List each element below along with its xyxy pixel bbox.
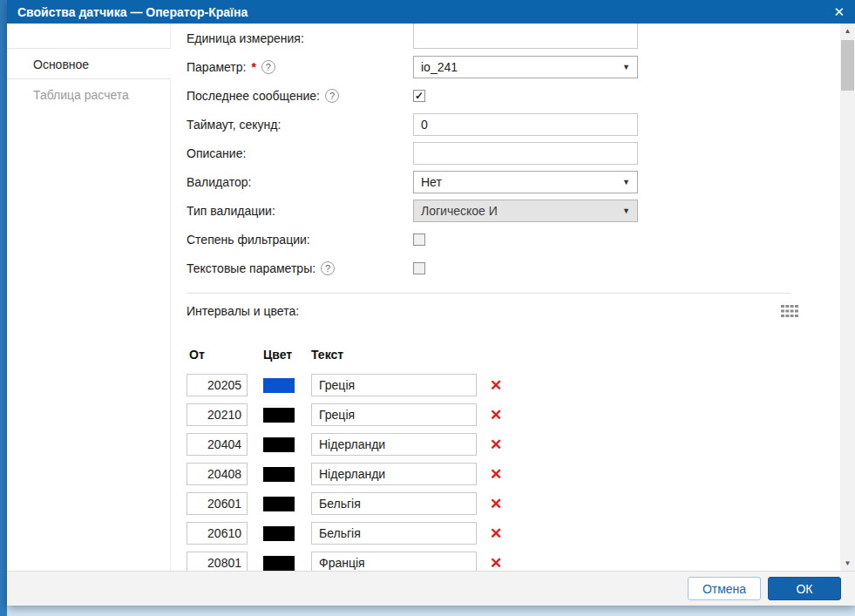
interval-text-input[interactable] (311, 522, 477, 545)
interval-color-swatch[interactable] (263, 497, 295, 511)
text-params-label: Текстовые параметры: ? (187, 261, 413, 275)
description-input[interactable] (413, 142, 638, 165)
interval-row: ✕ (187, 433, 840, 456)
parameter-label-text: Параметр: (187, 60, 246, 74)
delete-interval-icon[interactable]: ✕ (488, 497, 504, 511)
interval-from-input[interactable] (187, 403, 248, 426)
form-row-validator: Валидатор: Нет ▼ (187, 167, 840, 196)
dialog-title: Свойства датчика — Оператор-Країна (17, 5, 248, 19)
last-message-checkbox[interactable]: ✓ (413, 90, 425, 102)
section-divider (187, 293, 791, 294)
form-row-description: Описание: (187, 139, 840, 167)
parameter-selected-value: io_241 (421, 60, 458, 74)
form-row-filtration: Степень фильтрации: ✓ (187, 225, 840, 254)
interval-text-input[interactable] (311, 433, 477, 456)
delete-interval-icon[interactable]: ✕ (488, 437, 504, 452)
check-icon: ✓ (415, 91, 424, 101)
scrollbar-thumb[interactable] (841, 40, 854, 91)
page-background: Свойства датчика — Оператор-Країна ✕ Осн… (0, 0, 855, 616)
delete-interval-icon[interactable]: ✕ (488, 556, 504, 571)
last-message-label-text: Последнее сообщение: (187, 89, 320, 103)
validation-type-label-text: Тип валидации: (187, 204, 275, 218)
interval-row: ✕ (187, 463, 840, 485)
interval-row: ✕ (187, 403, 840, 426)
chevron-down-icon: ▼ (622, 206, 630, 215)
window-edge (0, 0, 7, 616)
interval-text-input[interactable] (311, 463, 477, 485)
interval-color-swatch[interactable] (263, 408, 295, 423)
form-row-validation-type: Тип валидации: Логическое И ▼ (187, 196, 840, 225)
interval-text-input[interactable] (311, 492, 477, 515)
interval-text-input[interactable] (311, 552, 477, 571)
filtration-label: Степень фильтрации: (187, 233, 413, 247)
filtration-checkbox[interactable]: ✓ (413, 234, 425, 246)
dialog-body: Основное Таблица расчета Единица измерен… (7, 24, 855, 571)
column-from: От (187, 348, 263, 362)
form-row-last-message: Последнее сообщение: ? ✓ (187, 81, 840, 110)
interval-row: ✕ (187, 374, 840, 396)
delete-interval-icon[interactable]: ✕ (488, 526, 504, 541)
filtration-label-text: Степень фильтрации: (187, 233, 310, 247)
sensor-properties-dialog: Свойства датчика — Оператор-Країна ✕ Осн… (7, 0, 855, 606)
ok-button[interactable]: ОК (768, 577, 841, 600)
unit-label-text: Единица измерения: (187, 31, 304, 45)
interval-color-swatch[interactable] (263, 378, 295, 393)
column-color: Цвет (263, 348, 311, 362)
timeout-input[interactable] (413, 113, 638, 136)
validation-type-label: Тип валидации: (187, 204, 413, 218)
intervals-grid-icon[interactable] (781, 305, 798, 318)
interval-color-swatch[interactable] (263, 437, 295, 452)
unit-label: Единица измерения: (187, 31, 413, 45)
dialog-footer: Отмена ОК (7, 571, 855, 606)
tab-calc-table[interactable]: Таблица расчета (7, 79, 170, 111)
form-row-timeout: Таймаут, секунд: (187, 110, 840, 139)
intervals-title: Интервалы и цвета: (187, 304, 299, 318)
required-asterisk: * (251, 60, 255, 74)
interval-from-input[interactable] (187, 433, 248, 456)
validator-select[interactable]: Нет ▼ (413, 171, 638, 193)
help-icon[interactable]: ? (321, 261, 335, 275)
timeout-label: Таймаут, секунд: (187, 118, 413, 132)
validation-type-selected-value: Логическое И (421, 204, 498, 218)
intervals-section-header: Интервалы и цвета: (187, 302, 840, 320)
parameter-label: Параметр: * ? (187, 60, 413, 74)
tabs-sidebar: Основное Таблица расчета (7, 24, 171, 571)
delete-interval-icon[interactable]: ✕ (488, 408, 504, 423)
interval-color-swatch[interactable] (263, 556, 295, 571)
grid-icon-svg (781, 305, 798, 318)
interval-from-input[interactable] (187, 492, 248, 515)
column-text: Текст (311, 348, 343, 362)
tab-main[interactable]: Основное (7, 48, 171, 79)
validation-type-select: Логическое И ▼ (413, 200, 638, 222)
interval-color-swatch[interactable] (263, 467, 295, 482)
description-label-text: Описание: (187, 146, 246, 160)
help-icon[interactable]: ? (325, 89, 339, 103)
interval-from-input[interactable] (187, 522, 248, 545)
interval-from-input[interactable] (187, 463, 248, 485)
delete-interval-icon[interactable]: ✕ (488, 378, 504, 393)
help-glyph: ? (329, 91, 335, 101)
parameter-select[interactable]: io_241 ▼ (413, 56, 638, 78)
interval-color-swatch[interactable] (263, 526, 295, 541)
delete-interval-icon[interactable]: ✕ (488, 467, 504, 482)
form-row-text-params: Текстовые параметры: ? ✓ (187, 254, 840, 282)
cancel-button[interactable]: Отмена (688, 577, 761, 600)
help-icon[interactable]: ? (261, 60, 275, 74)
close-icon[interactable]: ✕ (833, 5, 845, 18)
vertical-scrollbar[interactable]: ▲ ▼ (840, 24, 855, 571)
intervals-header: От Цвет Текст (187, 346, 840, 363)
unit-input[interactable] (413, 24, 638, 49)
dialog-content: Единица измерения: Параметр: * ? io_241 … (171, 24, 855, 571)
chevron-down-icon: ▼ (622, 178, 630, 186)
validator-label: Валидатор: (187, 175, 413, 189)
interval-from-input[interactable] (187, 374, 248, 396)
text-params-checkbox[interactable]: ✓ (413, 262, 425, 274)
scroll-down-icon[interactable]: ▼ (840, 556, 855, 571)
interval-text-input[interactable] (311, 403, 477, 426)
scroll-up-icon[interactable]: ▲ (840, 24, 855, 38)
chevron-down-icon: ▼ (622, 63, 630, 71)
intervals-rows: ✕ ✕ ✕ ✕ ✕ ✕ ✕ (187, 374, 840, 571)
help-glyph: ? (266, 62, 271, 72)
interval-from-input[interactable] (187, 552, 248, 571)
interval-text-input[interactable] (311, 374, 477, 396)
